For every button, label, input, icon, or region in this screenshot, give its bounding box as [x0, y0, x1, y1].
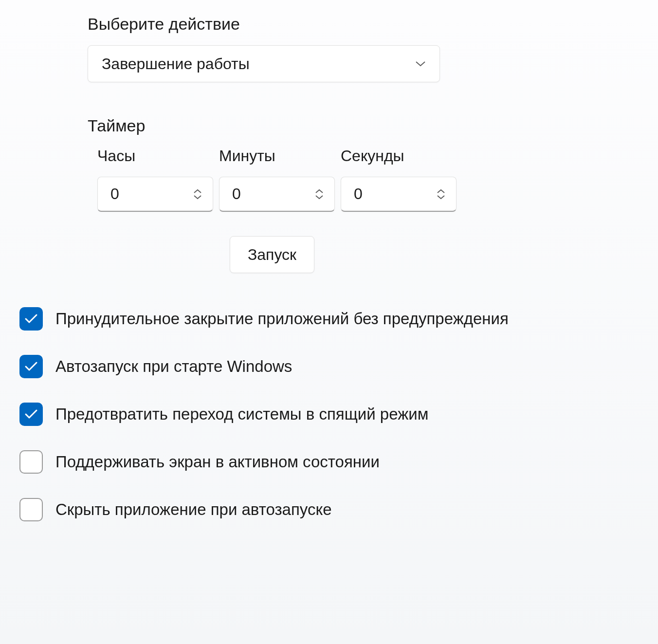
chevron-down-icon [415, 58, 426, 69]
minutes-value: 0 [232, 185, 241, 203]
stepper-arrows-icon [192, 189, 203, 200]
action-dropdown[interactable]: Завершение работы [88, 45, 440, 82]
hide-on-autostart-checkbox[interactable] [19, 498, 43, 521]
seconds-stepper[interactable]: 0 [341, 177, 457, 212]
autostart-checkbox[interactable] [19, 355, 43, 378]
timer-label: Таймер [88, 116, 619, 135]
seconds-label: Секунды [341, 147, 457, 165]
seconds-value: 0 [354, 185, 363, 203]
action-dropdown-value: Завершение работы [102, 55, 250, 73]
stepper-arrows-icon [314, 189, 325, 200]
hours-stepper[interactable]: 0 [97, 177, 213, 212]
minutes-label: Минуты [219, 147, 335, 165]
autostart-label: Автозапуск при старте Windows [55, 357, 292, 376]
stepper-arrows-icon [436, 189, 446, 200]
force-close-label: Принудительное закрытие приложений без п… [55, 310, 509, 328]
keep-screen-active-checkbox[interactable] [19, 450, 43, 474]
prevent-sleep-label: Предотвратить переход системы в спящий р… [55, 405, 428, 423]
prevent-sleep-checkbox[interactable] [19, 403, 43, 426]
start-button[interactable]: Запуск [230, 236, 314, 273]
hide-on-autostart-label: Скрыть приложение при автозапуске [55, 500, 332, 519]
select-action-label: Выберите действие [88, 15, 619, 34]
hours-label: Часы [97, 147, 213, 165]
force-close-checkbox[interactable] [19, 307, 43, 331]
keep-screen-active-label: Поддерживать экран в активном состоянии [55, 453, 380, 471]
minutes-stepper[interactable]: 0 [219, 177, 335, 212]
hours-value: 0 [110, 185, 119, 203]
